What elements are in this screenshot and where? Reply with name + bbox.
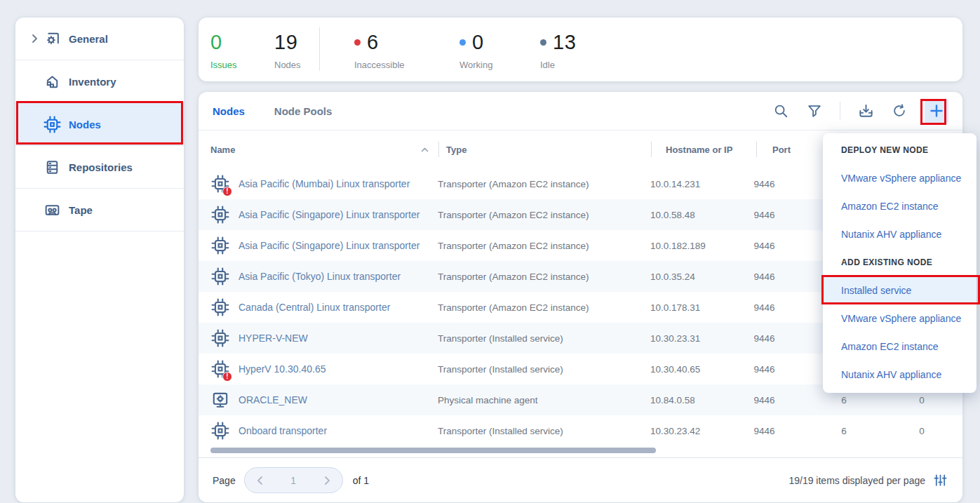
stat-working: 0 Working — [459, 29, 492, 70]
stat-nodes: 19 Nodes — [274, 29, 301, 70]
node-type-cell: Transporter (Amazon EC2 instance) — [431, 210, 636, 220]
node-port-cell: 9446 — [739, 302, 807, 313]
node-extra-cell-2: 0 — [881, 395, 962, 405]
node-type-cell: Transporter (Amazon EC2 instance) — [431, 302, 636, 313]
node-name-link[interactable]: Asia Pacific (Singapore) Linux transport… — [239, 240, 419, 251]
node-hostname-cell: 10.84.0.58 — [636, 395, 739, 405]
page-stepper: 1 — [244, 467, 343, 493]
tab-bar: Nodes Node Pools — [199, 92, 962, 130]
sidebar-item-label: Repositories — [69, 161, 133, 173]
stats-divider — [319, 27, 320, 71]
node-name-cell[interactable]: ! Onboard transporter — [210, 422, 431, 441]
sidebar-item-label: Tape — [69, 204, 93, 216]
import-icon[interactable] — [857, 102, 874, 119]
node-name-link[interactable]: HYPER-V-NEW — [239, 333, 308, 344]
page-label: Page — [213, 475, 236, 486]
current-page-value[interactable]: 1 — [290, 475, 296, 486]
stat-inaccessible: 6 Inaccessible — [354, 29, 405, 70]
tab-node-pools[interactable]: Node Pools — [274, 105, 333, 117]
sidebar-item-tape[interactable]: Tape — [15, 189, 184, 232]
stat-label: Idle — [540, 60, 576, 70]
node-name-link[interactable]: Onboard transporter — [239, 425, 327, 436]
refresh-icon[interactable] — [891, 102, 908, 119]
node-name-link[interactable]: Asia Pacific (Tokyo) Linux transporter — [239, 271, 401, 282]
menu-section-header: DEPLOY NEW NODE — [823, 136, 976, 164]
node-name-cell[interactable]: ! Asia Pacific (Singapore) Linux transpo… — [210, 236, 431, 255]
sidebar-item-label: General — [69, 33, 108, 45]
sidebar-item-label: Nodes — [69, 119, 101, 130]
node-hostname-cell: 10.0.58.48 — [636, 210, 739, 220]
node-type-cell: Physical machine agent — [431, 395, 636, 405]
node-port-cell: 9446 — [739, 426, 807, 436]
node-port-cell: 9446 — [739, 364, 807, 375]
sidebar-item-nodes[interactable]: Nodes — [15, 103, 184, 146]
stat-label: Nodes — [274, 60, 301, 70]
menu-item-deploy-ec2[interactable]: Amazon EC2 instance — [823, 192, 976, 220]
toolbar-divider — [840, 102, 840, 120]
sidebar-item-general[interactable]: General — [15, 18, 184, 60]
sort-ascending-icon[interactable] — [421, 147, 429, 152]
transporter-chip-icon — [211, 298, 229, 316]
add-node-button[interactable] — [925, 99, 948, 123]
menu-section-header: ADD EXISTING NODE — [823, 248, 976, 276]
chip-icon — [42, 114, 62, 134]
tape-icon — [42, 200, 62, 220]
node-name-cell[interactable]: ! HYPER-V-NEW — [210, 329, 431, 348]
gear-icon — [42, 29, 62, 48]
chevron-right-icon[interactable] — [15, 34, 42, 43]
node-hostname-cell: 10.0.182.189 — [636, 241, 739, 251]
tab-nodes[interactable]: Nodes — [213, 105, 245, 117]
node-name-link[interactable]: Asia Pacific (Singapore) Linux transport… — [239, 209, 419, 220]
transporter-chip-icon — [211, 206, 229, 224]
stat-value: 19 — [274, 31, 297, 54]
node-name-cell[interactable]: ! ORACLE_NEW — [210, 391, 431, 410]
node-type-cell: Transporter (Amazon EC2 instance) — [431, 241, 636, 251]
inventory-icon — [42, 72, 62, 91]
menu-item-installed-service[interactable]: Installed service — [823, 276, 976, 304]
sidebar-item-inventory[interactable]: Inventory — [15, 60, 184, 103]
node-hostname-cell: 10.0.14.231 — [636, 179, 739, 189]
filter-icon[interactable] — [806, 102, 823, 119]
stat-idle: 13 Idle — [540, 29, 576, 70]
display-settings-icon[interactable] — [934, 474, 947, 487]
column-header-hostname[interactable]: Hostname or IP — [651, 142, 756, 157]
node-name-link[interactable]: HyperV 10.30.40.65 — [239, 363, 326, 375]
column-header-name[interactable]: Name — [210, 142, 438, 157]
sidebar-item-repositories[interactable]: Repositories — [15, 146, 184, 189]
column-header-port[interactable]: Port — [756, 142, 826, 157]
node-type-cell: Transporter (Installed service) — [431, 426, 636, 436]
node-name-link[interactable]: Asia Pacific (Mumbai) Linux transporter — [239, 178, 410, 189]
menu-item-deploy-nutanix[interactable]: Nutanix AHV appliance — [823, 220, 976, 248]
node-type-cell: Transporter (Installed service) — [431, 333, 636, 344]
node-port-cell: 9446 — [739, 210, 807, 220]
gray-status-dot — [540, 39, 546, 46]
node-name-cell[interactable]: ! Asia Pacific (Mumbai) Linux transporte… — [210, 175, 431, 194]
node-name-cell[interactable]: ! Canada (Central) Linux transporter — [210, 298, 431, 317]
column-header-type[interactable]: Type — [438, 142, 651, 157]
menu-item-add-vmware[interactable]: VMware vSphere appliance — [823, 304, 976, 333]
node-type-cell: Transporter (Installed service) — [431, 364, 636, 375]
node-name-cell[interactable]: ! Asia Pacific (Tokyo) Linux transporter — [210, 267, 431, 286]
error-badge-icon: ! — [222, 372, 232, 382]
previous-page-icon[interactable] — [257, 476, 263, 485]
menu-item-deploy-vmware[interactable]: VMware vSphere appliance — [823, 164, 976, 192]
table-row[interactable]: ! Onboard transporter Transporter (Insta… — [199, 415, 962, 446]
stat-value: 0 — [472, 31, 484, 54]
node-name-cell[interactable]: ! Asia Pacific (Singapore) Linux transpo… — [210, 206, 431, 224]
menu-item-add-ec2[interactable]: Amazon EC2 instance — [823, 333, 976, 361]
transporter-chip-icon — [211, 267, 229, 286]
node-extra-cell-2: 0 — [881, 426, 962, 436]
stat-label: Issues — [210, 60, 237, 70]
next-page-icon[interactable] — [324, 476, 330, 485]
search-icon[interactable] — [772, 102, 789, 119]
red-status-dot — [354, 39, 361, 46]
error-badge-icon: ! — [222, 187, 232, 196]
node-hostname-cell: 10.30.23.31 — [636, 333, 739, 344]
horizontal-scrollbar[interactable] — [210, 448, 656, 453]
menu-item-add-nutanix[interactable]: Nutanix AHV appliance — [823, 361, 976, 389]
transporter-chip-icon — [211, 422, 229, 440]
node-name-link[interactable]: ORACLE_NEW — [239, 394, 307, 405]
node-name-cell[interactable]: ! HyperV 10.30.40.65 — [210, 360, 431, 379]
node-extra-cell-1: 6 — [807, 426, 881, 436]
node-name-link[interactable]: Canada (Central) Linux transporter — [239, 302, 390, 313]
